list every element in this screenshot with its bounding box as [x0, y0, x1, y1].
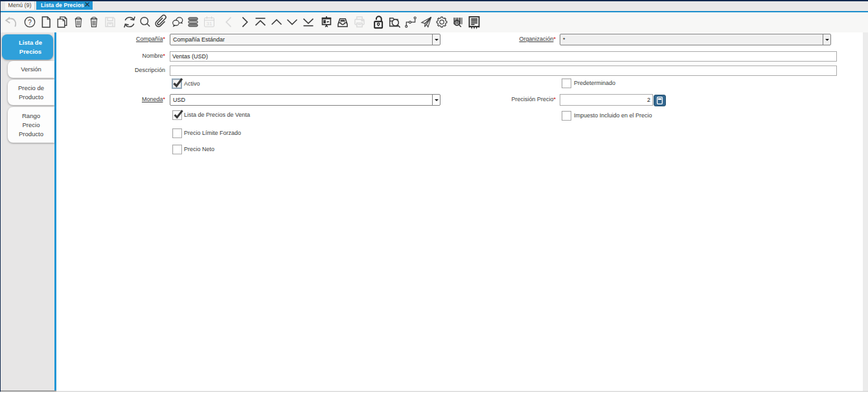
svg-text:31: 31: [207, 21, 212, 27]
svg-text:?: ?: [28, 18, 32, 26]
